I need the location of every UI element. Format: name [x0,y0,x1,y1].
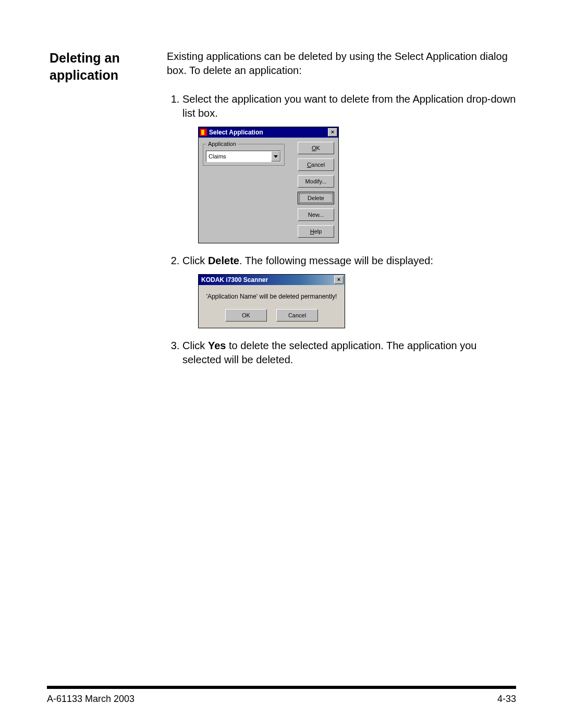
step-3-bold: Yes [208,340,226,351]
step-1-text: Select the application you want to delet… [182,93,516,119]
application-dropdown[interactable]: Claims [206,151,281,162]
step-1: Select the application you want to delet… [182,92,516,243]
step-3-post: to delete the selected application. The … [182,340,476,365]
fieldset-legend: Application [206,140,238,148]
dialog-titlebar: Select Application × [199,127,338,138]
chevron-down-icon[interactable] [271,151,280,162]
confirm-message: 'Application Name' will be deleted perma… [204,292,339,301]
dialog-title: KODAK i7300 Scanner [200,276,334,284]
close-icon[interactable]: × [328,128,337,137]
step-2-post: . The following message will be displaye… [239,255,433,266]
step-2: Click Delete. The following message will… [182,254,516,328]
close-icon[interactable]: × [334,276,344,284]
step-2-bold: Delete [208,255,239,266]
step-3: Click Yes to delete the selected applica… [182,339,516,367]
dialog-titlebar: KODAK i7300 Scanner × [199,275,345,285]
dialog-title: Select Application [209,128,328,137]
footer-rule [47,686,516,689]
intro-paragraph: Existing applications can be deleted by … [167,50,516,78]
step-3-pre: Click [182,340,208,351]
step-2-pre: Click [182,255,208,266]
dropdown-value: Claims [206,153,271,161]
footer-right: 4-33 [497,694,516,705]
application-fieldset: Application Claims [203,144,285,166]
modify-button[interactable]: Modify... [298,175,334,188]
kodak-icon [200,129,207,136]
cancel-button[interactable]: Cancel [276,309,318,322]
confirm-delete-dialog: KODAK i7300 Scanner × 'Application Name'… [198,274,345,328]
ok-button[interactable]: OK [298,142,334,154]
cancel-button[interactable]: Cancel [298,158,334,171]
section-heading: Deleting an application [50,50,167,377]
help-button[interactable]: Help [298,225,334,238]
delete-button[interactable]: Delete [298,192,334,204]
new-button[interactable]: New... [298,208,334,221]
ok-button[interactable]: OK [225,309,267,322]
footer-left: A-61133 March 2003 [47,694,134,705]
select-application-dialog: Select Application × Application Claims [198,127,339,243]
